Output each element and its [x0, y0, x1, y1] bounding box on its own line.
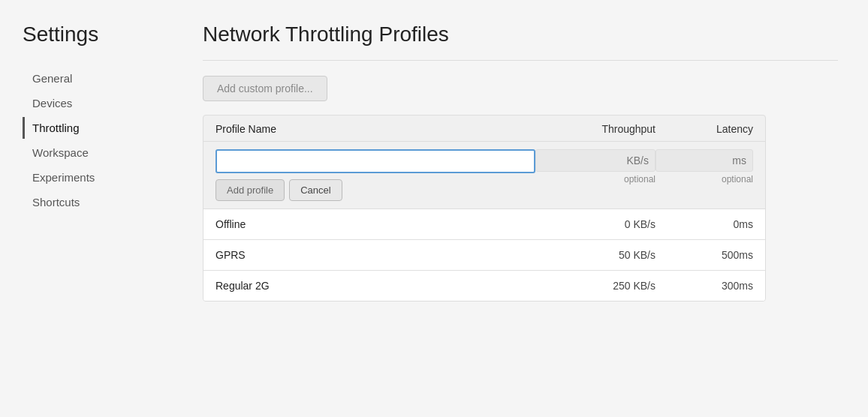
header-profile-name: Profile Name: [215, 123, 535, 135]
latency-optional-label: optional: [656, 174, 753, 184]
row-latency: 300ms: [656, 280, 753, 292]
add-profile-button[interactable]: Add profile: [215, 179, 285, 201]
sidebar-title: Settings: [23, 22, 158, 46]
table-row: GPRS 50 KB/s 500ms: [203, 240, 765, 271]
throughput-optional-label: optional: [535, 174, 656, 184]
sidebar-item-workspace[interactable]: Workspace: [23, 142, 158, 164]
header-latency: Latency: [656, 123, 753, 135]
profile-name-col: Add profile Cancel: [215, 149, 535, 201]
throughput-input[interactable]: [535, 149, 656, 172]
throughput-col: optional: [535, 149, 656, 184]
row-throughput: 0 KB/s: [535, 218, 656, 230]
row-latency: 0ms: [656, 218, 753, 230]
table-row: Regular 2G 250 KB/s 300ms: [203, 271, 765, 301]
page-title: Network Throttling Profiles: [203, 22, 838, 46]
main-content: Network Throttling Profiles Add custom p…: [173, 0, 868, 417]
divider: [203, 60, 838, 61]
app-container: Settings General Devices Throttling Work…: [0, 0, 868, 417]
profiles-table: Profile Name Throughput Latency Add prof…: [203, 115, 766, 302]
sidebar-item-experiments[interactable]: Experiments: [23, 166, 158, 188]
latency-input[interactable]: [656, 149, 753, 172]
sidebar-nav: General Devices Throttling Workspace Exp…: [23, 68, 158, 213]
add-profile-row: Add profile Cancel optional optional: [203, 142, 765, 209]
header-throughput: Throughput: [535, 123, 656, 135]
sidebar-item-devices[interactable]: Devices: [23, 92, 158, 114]
row-name: GPRS: [215, 249, 535, 261]
row-name: Regular 2G: [215, 280, 535, 292]
row-latency: 500ms: [656, 249, 753, 261]
profile-name-input[interactable]: [215, 149, 535, 173]
sidebar: Settings General Devices Throttling Work…: [0, 0, 173, 417]
row-throughput: 50 KB/s: [535, 249, 656, 261]
row-name: Offline: [215, 218, 535, 230]
table-header: Profile Name Throughput Latency: [203, 116, 765, 142]
table-row: Offline 0 KB/s 0ms: [203, 209, 765, 240]
latency-col: optional: [656, 149, 753, 184]
sidebar-item-throttling[interactable]: Throttling: [23, 117, 158, 139]
add-custom-profile-button[interactable]: Add custom profile...: [203, 76, 327, 101]
cancel-button[interactable]: Cancel: [289, 179, 342, 201]
add-row-actions: Add profile Cancel: [215, 179, 535, 201]
sidebar-item-shortcuts[interactable]: Shortcuts: [23, 191, 158, 213]
sidebar-item-general[interactable]: General: [23, 68, 158, 89]
row-throughput: 250 KB/s: [535, 280, 656, 292]
